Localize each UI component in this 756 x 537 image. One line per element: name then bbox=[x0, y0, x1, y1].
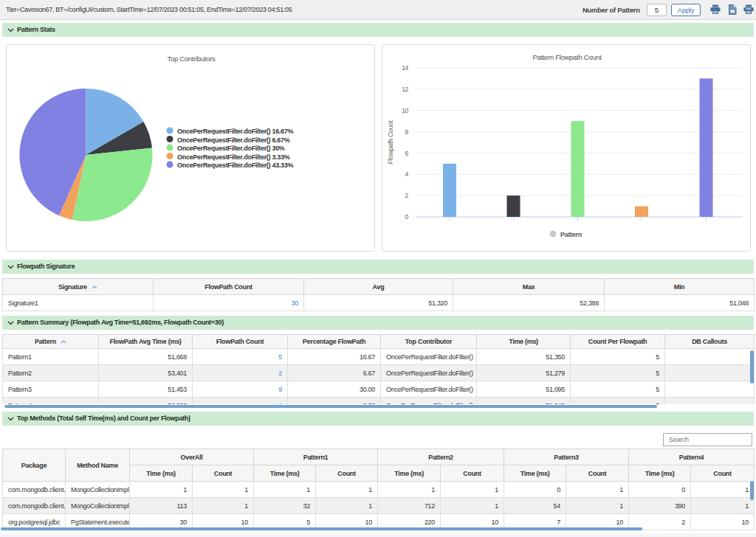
svg-text:Pattern Flowpath Count: Pattern Flowpath Count bbox=[532, 53, 602, 61]
svg-text:Top Contributors: Top Contributors bbox=[168, 55, 216, 63]
svg-text:Flowpath Count: Flowpath Count bbox=[387, 120, 394, 164]
svg-text:OncePerRequestFilter.doFilter(: OncePerRequestFilter.doFilter() 16.67% bbox=[177, 128, 293, 135]
svg-text:OncePerRequestFilter.doFilter(: OncePerRequestFilter.doFilter() 43.33% bbox=[177, 162, 293, 169]
svg-text:14: 14 bbox=[402, 64, 408, 72]
svg-text:12: 12 bbox=[402, 86, 408, 93]
svg-text:4: 4 bbox=[405, 170, 409, 178]
svg-text:OncePerRequestFilter.doFilter(: OncePerRequestFilter.doFilter() 30% bbox=[177, 145, 285, 152]
svg-text:OncePerRequestFilter.doFilter(: OncePerRequestFilter.doFilter() 6.67% bbox=[177, 136, 290, 144]
svg-text:2: 2 bbox=[405, 192, 409, 199]
svg-text:Pattern: Pattern bbox=[560, 231, 582, 238]
svg-text:6: 6 bbox=[405, 150, 409, 157]
svg-text:8: 8 bbox=[405, 128, 409, 136]
svg-text:10: 10 bbox=[402, 107, 408, 114]
svg-text:0: 0 bbox=[405, 213, 409, 221]
svg-text:OncePerRequestFilter.doFilter(: OncePerRequestFilter.doFilter() 3.33% bbox=[177, 153, 290, 161]
